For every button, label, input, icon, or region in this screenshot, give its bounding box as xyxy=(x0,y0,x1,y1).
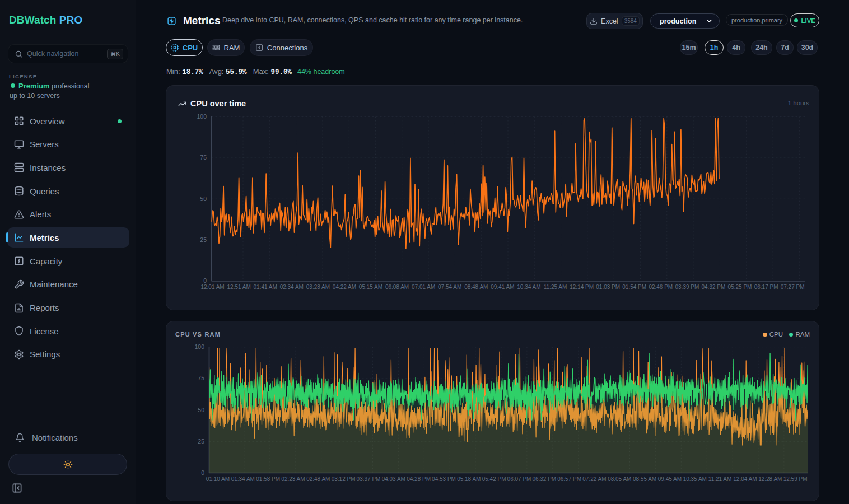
svg-text:12:14 PM: 12:14 PM xyxy=(570,284,594,290)
svg-text:11:21 AM: 11:21 AM xyxy=(708,476,732,482)
svg-text:08:48 AM: 08:48 AM xyxy=(464,284,488,290)
svg-text:75: 75 xyxy=(198,375,204,381)
svg-text:08:05 AM: 08:05 AM xyxy=(608,476,631,482)
svg-text:50: 50 xyxy=(198,407,204,413)
svg-text:06:17 PM: 06:17 PM xyxy=(754,284,778,290)
svg-text:12:28 AM: 12:28 AM xyxy=(758,476,782,482)
svg-text:03:12 PM: 03:12 PM xyxy=(332,476,356,482)
svg-text:08:55 AM: 08:55 AM xyxy=(633,476,656,482)
svg-text:04:32 PM: 04:32 PM xyxy=(701,284,725,290)
svg-text:01:10 AM: 01:10 AM xyxy=(206,476,230,482)
svg-text:06:08 AM: 06:08 AM xyxy=(385,284,409,290)
svg-text:03:39 PM: 03:39 PM xyxy=(675,284,699,290)
svg-text:11:25 AM: 11:25 AM xyxy=(544,284,567,290)
svg-text:0: 0 xyxy=(203,277,207,284)
svg-text:10:35 AM: 10:35 AM xyxy=(683,476,707,482)
svg-text:06:57 PM: 06:57 PM xyxy=(557,476,581,482)
svg-text:09:45 AM: 09:45 AM xyxy=(658,476,682,482)
svg-text:04:53 PM: 04:53 PM xyxy=(432,476,456,482)
svg-text:100: 100 xyxy=(194,343,204,350)
svg-text:06:07 PM: 06:07 PM xyxy=(507,476,531,482)
svg-text:02:48 AM: 02:48 AM xyxy=(306,476,330,482)
svg-text:05:25 PM: 05:25 PM xyxy=(728,284,752,290)
svg-text:0: 0 xyxy=(201,469,204,476)
svg-text:100: 100 xyxy=(197,113,207,120)
svg-text:01:41 AM: 01:41 AM xyxy=(254,284,277,290)
svg-text:25: 25 xyxy=(200,236,207,243)
svg-text:12:59 PM: 12:59 PM xyxy=(783,476,808,482)
svg-text:04:28 PM: 04:28 PM xyxy=(407,476,431,482)
svg-text:12:01 AM: 12:01 AM xyxy=(200,284,224,290)
svg-text:03:37 PM: 03:37 PM xyxy=(357,476,381,482)
svg-text:01:34 AM: 01:34 AM xyxy=(231,476,255,482)
svg-text:01:03 PM: 01:03 PM xyxy=(596,284,620,290)
svg-text:07:54 AM: 07:54 AM xyxy=(438,284,461,290)
svg-text:02:34 AM: 02:34 AM xyxy=(280,284,304,290)
svg-text:12:51 AM: 12:51 AM xyxy=(227,284,251,290)
svg-text:04:03 AM: 04:03 AM xyxy=(382,476,405,482)
svg-text:02:23 AM: 02:23 AM xyxy=(281,476,305,482)
svg-text:03:28 AM: 03:28 AM xyxy=(306,284,330,290)
svg-text:05:18 AM: 05:18 AM xyxy=(457,476,481,482)
svg-text:10:34 AM: 10:34 AM xyxy=(517,284,540,290)
svg-text:12:04 AM: 12:04 AM xyxy=(733,476,757,482)
svg-text:01:54 PM: 01:54 PM xyxy=(622,284,646,290)
svg-text:25: 25 xyxy=(198,438,204,445)
svg-text:04:22 AM: 04:22 AM xyxy=(333,284,356,290)
svg-text:07:22 AM: 07:22 AM xyxy=(582,476,606,482)
svg-text:50: 50 xyxy=(200,195,207,202)
svg-text:02:46 PM: 02:46 PM xyxy=(649,284,673,290)
svg-text:75: 75 xyxy=(200,154,207,161)
svg-text:09:41 AM: 09:41 AM xyxy=(491,284,514,290)
svg-text:06:32 PM: 06:32 PM xyxy=(532,476,556,482)
svg-text:07:01 AM: 07:01 AM xyxy=(412,284,435,290)
svg-text:07:27 PM: 07:27 PM xyxy=(781,284,805,290)
svg-text:01:58 PM: 01:58 PM xyxy=(256,476,280,482)
svg-text:05:15 AM: 05:15 AM xyxy=(359,284,382,290)
svg-text:05:42 PM: 05:42 PM xyxy=(482,476,506,482)
